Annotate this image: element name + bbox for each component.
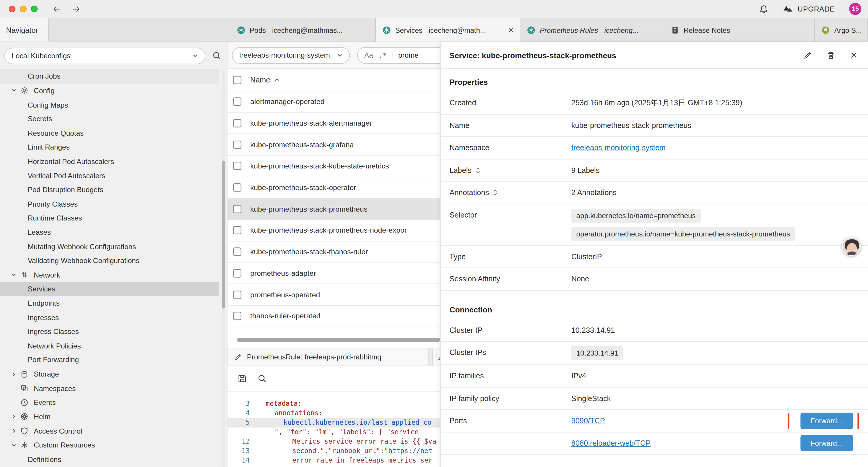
sidebar-item-endpoints[interactable]: Endpoints bbox=[0, 296, 219, 310]
sidebar-item-label: Resource Quotas bbox=[28, 129, 84, 137]
notifications-bell-icon[interactable] bbox=[759, 4, 769, 13]
sidebar-item-config[interactable]: Config bbox=[0, 83, 219, 97]
table-row-thanos-ruler-operated[interactable]: thanos-ruler-operated bbox=[227, 305, 440, 327]
sidebar-item-network-policies[interactable]: Network Policies bbox=[0, 339, 219, 353]
editor-tab-partial[interactable] bbox=[432, 348, 440, 366]
sidebar-item-config-maps[interactable]: Config Maps bbox=[0, 97, 219, 112]
horizontal-scrollbar-thumb[interactable] bbox=[237, 338, 440, 342]
sidebar-item-secrets[interactable]: Secrets bbox=[0, 112, 219, 126]
service-details-drawer: Service: kube-prometheus-stack-prometheu… bbox=[440, 42, 868, 467]
sidebar-item-cron-jobs[interactable]: Cron Jobs bbox=[0, 69, 219, 83]
checkbox[interactable] bbox=[232, 204, 242, 214]
tab-release-notes[interactable]: Release Notes bbox=[664, 18, 815, 42]
sidebar-item-services[interactable]: Services bbox=[0, 282, 219, 296]
sidebar-item-pod-disruption-budgets[interactable]: Pod Disruption Budgets bbox=[0, 183, 219, 197]
sidebar-item-port-forwarding[interactable]: Port Forwarding bbox=[0, 353, 219, 367]
property-value: freeleaps-monitoring-system bbox=[571, 144, 859, 152]
code-line: 3metadata: bbox=[227, 399, 440, 409]
table-row-kube-prometheus-stack-alertmanager[interactable]: kube-prometheus-stack-alertmanager bbox=[227, 113, 440, 134]
sidebar-scrollbar-thumb[interactable] bbox=[222, 160, 225, 308]
sidebar-item-validating-webhook-configurations[interactable]: Validating Webhook Configurations bbox=[0, 254, 219, 268]
table-row-alertmanager-operated[interactable]: alertmanager-operated bbox=[227, 91, 440, 113]
back-arrow-icon[interactable] bbox=[52, 4, 61, 13]
checkbox[interactable] bbox=[232, 247, 242, 257]
tab-prometheus-rules-icecheng[interactable]: Prometheus Rules - icecheng... bbox=[520, 18, 664, 42]
close-icon[interactable] bbox=[850, 51, 858, 59]
sidebar-item-label: Pod Disruption Budgets bbox=[28, 185, 103, 194]
sidebar-item-ingresses[interactable]: Ingresses bbox=[0, 310, 219, 324]
table-row-kube-prometheus-stack-grafana[interactable]: kube-prometheus-stack-grafana bbox=[227, 134, 440, 155]
sidebar-search-icon[interactable] bbox=[212, 51, 222, 60]
edit-pencil-icon[interactable] bbox=[803, 51, 812, 59]
sidebar-item-ingress-classes[interactable]: Ingress Classes bbox=[0, 324, 219, 339]
search-input[interactable]: Aa .* prome bbox=[357, 47, 440, 63]
tab-pods-icecheng-mathmas[interactable]: Pods - icecheng@mathmas... bbox=[230, 18, 376, 42]
editor-tab-prometheusrule[interactable]: PrometheusRule: freeleaps-prod-rabbitmq bbox=[227, 348, 429, 366]
sidebar-item-access-control[interactable]: Access Control bbox=[0, 424, 219, 438]
window-close-button[interactable] bbox=[9, 6, 16, 12]
delete-trash-icon[interactable] bbox=[826, 51, 835, 59]
name-column-header[interactable]: Name bbox=[250, 76, 279, 84]
table-row-prometheus-operated[interactable]: prometheus-operated bbox=[227, 284, 440, 305]
window-minimize-button[interactable] bbox=[20, 6, 26, 12]
table-row-kube-prometheus-stack-kube-state-metrics[interactable]: kube-prometheus-stack-kube-state-metrics bbox=[227, 156, 440, 177]
sidebar-item-horizontal-pod-autoscalers[interactable]: Horizontal Pod Autoscalers bbox=[0, 154, 219, 169]
regex-toggle[interactable]: .* bbox=[378, 51, 386, 59]
namespace-link[interactable]: freeleaps-monitoring-system bbox=[571, 144, 665, 152]
forward-button[interactable]: Forward... bbox=[800, 412, 853, 429]
save-icon[interactable] bbox=[238, 374, 247, 383]
checkbox[interactable] bbox=[232, 226, 242, 235]
sidebar-item-resource-quotas[interactable]: Resource Quotas bbox=[0, 126, 219, 140]
forward-button[interactable]: Forward... bbox=[800, 435, 853, 451]
checkbox[interactable] bbox=[232, 97, 242, 107]
checkbox[interactable] bbox=[232, 162, 242, 171]
match-case-toggle[interactable]: Aa bbox=[364, 51, 373, 59]
sidebar-item-vertical-pod-autoscalers[interactable]: Vertical Pod Autoscalers bbox=[0, 169, 219, 183]
close-tab-icon[interactable] bbox=[507, 27, 514, 33]
sidebar-item-network[interactable]: Network bbox=[0, 268, 219, 282]
select-all-checkbox[interactable] bbox=[232, 75, 242, 85]
sidebar-item-definitions[interactable]: Definitions bbox=[0, 452, 219, 466]
checkbox[interactable] bbox=[232, 119, 242, 128]
user-avatar[interactable] bbox=[842, 237, 861, 256]
sidebar-item-custom-resources[interactable]: Custom Resources bbox=[0, 438, 219, 452]
editor-search-icon[interactable] bbox=[257, 374, 267, 383]
tab-services-icecheng-math[interactable]: Services - icecheng@math... bbox=[376, 18, 520, 42]
sidebar-item-runtime-classes[interactable]: Runtime Classes bbox=[0, 211, 219, 225]
port-link[interactable]: 8080:reloader-web/TCP bbox=[571, 439, 651, 447]
sidebar-item-namespaces[interactable]: Namespaces bbox=[0, 381, 219, 396]
checkbox[interactable] bbox=[232, 268, 242, 278]
checkbox[interactable] bbox=[232, 311, 242, 321]
editor-tabstrip: PrometheusRule: freeleaps-prod-rabbitmq bbox=[227, 348, 440, 366]
yaml-editor[interactable]: 3metadata:4annotations:5kubectl.kubernet… bbox=[227, 391, 440, 467]
kubeconfig-selector[interactable]: Local Kubeconfigs bbox=[4, 47, 205, 64]
sort-arrows-icon[interactable] bbox=[475, 167, 480, 174]
property-label-text: Type bbox=[450, 253, 466, 261]
sidebar-item-storage[interactable]: Storage bbox=[0, 367, 219, 381]
upgrade-button[interactable]: UPGRADE bbox=[783, 4, 835, 13]
property-value: 9 Labels bbox=[571, 166, 859, 174]
table-row-kube-prometheus-stack-prometheus[interactable]: kube-prometheus-stack-prometheus bbox=[227, 199, 440, 220]
checkbox[interactable] bbox=[232, 140, 242, 150]
forward-arrow-icon[interactable] bbox=[71, 4, 81, 13]
sidebar-item-leases[interactable]: Leases bbox=[0, 225, 219, 239]
table-row-kube-prometheus-stack-thanos-ruler[interactable]: kube-prometheus-stack-thanos-ruler bbox=[227, 241, 440, 263]
sidebar-item-events[interactable]: Events bbox=[0, 396, 219, 410]
sidebar-item-priority-classes[interactable]: Priority Classes bbox=[0, 197, 219, 211]
sidebar-item-helm[interactable]: Helm bbox=[0, 410, 219, 424]
checkbox[interactable] bbox=[232, 183, 242, 193]
services-filter-bar: freeleaps-monitoring-system Aa .* prome bbox=[227, 42, 440, 68]
checkbox[interactable] bbox=[232, 290, 242, 299]
namespace-filter-select[interactable]: freeleaps-monitoring-system bbox=[232, 47, 350, 63]
line-number: 14 bbox=[227, 456, 253, 465]
window-zoom-button[interactable] bbox=[31, 6, 37, 12]
sidebar-item-mutating-webhook-configurations[interactable]: Mutating Webhook Configurations bbox=[0, 239, 219, 254]
sidebar-item-limit-ranges[interactable]: Limit Ranges bbox=[0, 140, 219, 154]
table-row-kube-prometheus-stack-operator[interactable]: kube-prometheus-stack-operator bbox=[227, 177, 440, 198]
notification-count-badge[interactable]: 15 bbox=[849, 3, 861, 15]
table-row-prometheus-adapter[interactable]: prometheus-adapter bbox=[227, 263, 440, 284]
port-link[interactable]: 9090/TCP bbox=[571, 417, 605, 425]
table-row-kube-prometheus-stack-prometheus-node-expor[interactable]: kube-prometheus-stack-prometheus-node-ex… bbox=[227, 220, 440, 241]
sort-arrows-icon[interactable] bbox=[493, 189, 498, 196]
tab-argo-s[interactable]: Argo S... bbox=[815, 18, 868, 42]
